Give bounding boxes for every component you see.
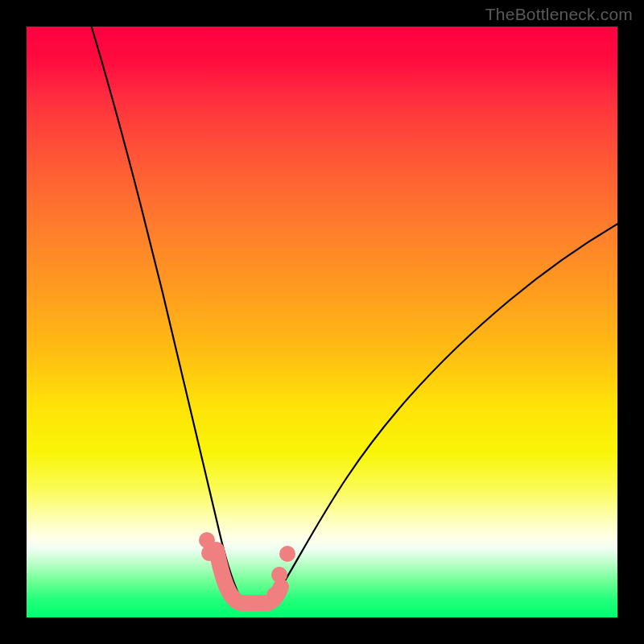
chart-svg — [27, 27, 617, 617]
svg-point-3 — [271, 567, 287, 583]
curve-right-branch — [276, 223, 619, 595]
svg-point-4 — [279, 546, 295, 562]
outer-frame: TheBottleneck.com — [0, 0, 644, 644]
watermark-text: TheBottleneck.com — [485, 5, 633, 24]
svg-point-1 — [201, 545, 217, 561]
curve-left-branch — [91, 25, 242, 601]
svg-point-2 — [266, 587, 283, 603]
